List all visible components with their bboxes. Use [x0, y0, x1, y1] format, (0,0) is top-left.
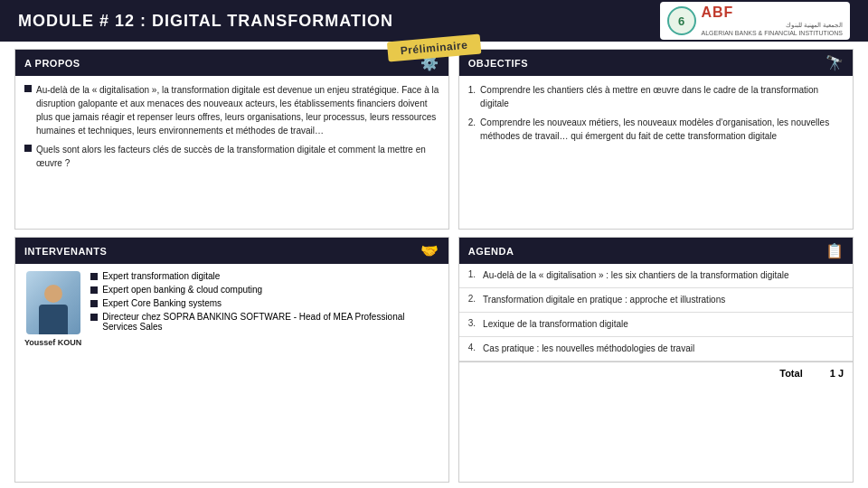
page-header: MODULE # 12 : DIGITAL TRANSFORMATION 6 A…: [0, 0, 868, 42]
apropos-body: Au-delà de la « digitalisation », la tra…: [15, 76, 448, 229]
intervenants-header: INTERVENANTS 🤝: [15, 238, 448, 264]
objectifs-header: OBJECTIFS 🔭: [459, 50, 853, 76]
objectifs-title: OBJECTIFS: [468, 58, 528, 69]
logo-text-group: ABF الجمعية المهنية للبنوك ALGERIAN BANK…: [702, 5, 844, 37]
intervenants-title: INTERVENANTS: [24, 246, 107, 257]
intervenant-bullet-2: Expert open banking & cloud computing: [90, 285, 439, 295]
avatar: [26, 271, 80, 334]
apropos-bullet-2: Quels sont alors les facteurs clés de su…: [24, 143, 439, 170]
apropos-title: A PROPOS: [24, 58, 80, 69]
page-title: MODULE # 12 : DIGITAL TRANSFORMATION: [18, 12, 393, 31]
avatar-area: Youssef KOUN: [24, 271, 81, 347]
intervenants-icon: 🤝: [420, 242, 439, 259]
avatar-head: [44, 285, 62, 303]
bullet-square-1: [24, 85, 32, 92]
intervenant-bullet-3: Expert Core Banking systems: [90, 298, 439, 308]
intervenants-details: Expert transformation digitale Expert op…: [90, 271, 439, 335]
objectifs-body: 1. Comprendre les chantiers clés à mettr…: [459, 76, 853, 229]
logo-circle: 6: [667, 6, 696, 35]
agenda-item-2: 2. Transformation digitale en pratique :…: [459, 288, 853, 313]
bottom-row: INTERVENANTS 🤝 Youssef KOUN: [14, 237, 854, 483]
agenda-title: AGENDA: [468, 246, 514, 257]
agenda-section: AGENDA 📋 1. Au-delà de la « digitalisati…: [458, 237, 854, 483]
logo-brand: ABF: [702, 5, 844, 21]
avatar-figure: [35, 280, 71, 334]
objectif-2: 2. Comprendre les nouveaux métiers, les …: [468, 116, 844, 143]
objectifs-icon: 🔭: [826, 54, 844, 71]
objectifs-section: OBJECTIFS 🔭 1. Comprendre les chantiers …: [458, 49, 854, 230]
agenda-total-label: Total: [779, 368, 802, 379]
agenda-item-1: 1. Au-delà de la « digitalisation » : le…: [459, 264, 853, 288]
agenda-item-3: 3. Lexique de la transformation digitale: [459, 313, 853, 337]
main-content: Préliminaire A PROPOS ⚙️ Au-delà de la «…: [0, 42, 868, 488]
top-row: A PROPOS ⚙️ Au-delà de la « digitalisati…: [14, 49, 854, 230]
intervenant-bullet-1: Expert transformation digitale: [90, 271, 439, 281]
agenda-body: 1. Au-delà de la « digitalisation » : le…: [459, 264, 853, 384]
apropos-header: A PROPOS ⚙️: [15, 50, 448, 76]
agenda-total-value: 1 J: [830, 368, 844, 379]
intervenant-bullet-4: Directeur chez SOPRA BANKING SOFTWARE - …: [90, 312, 439, 332]
apropos-section: A PROPOS ⚙️ Au-delà de la « digitalisati…: [14, 49, 449, 230]
agenda-item-4: 4. Cas pratique : les nouvelles méthodol…: [459, 337, 853, 361]
bullet-square-2: [24, 145, 32, 152]
agenda-total-row: Total 1 J: [459, 361, 853, 384]
apropos-bullet-1: Au-delà de la « digitalisation », la tra…: [24, 83, 439, 137]
objectif-1: 1. Comprendre les chantiers clés à mettr…: [468, 83, 844, 110]
agenda-header: AGENDA 📋: [459, 238, 853, 264]
intervenants-body: Youssef KOUN Expert transformation digit…: [15, 264, 448, 354]
logo-subtext: الجمعية المهنية للبنوك ALGERIAN BANKS & …: [702, 21, 844, 37]
logo-box: 6 ABF الجمعية المهنية للبنوك ALGERIAN BA…: [660, 2, 851, 40]
avatar-body: [39, 305, 68, 334]
intervenants-section: INTERVENANTS 🤝 Youssef KOUN: [14, 237, 449, 483]
intervenant-name: Youssef KOUN: [24, 338, 81, 347]
agenda-icon: 📋: [826, 242, 844, 259]
